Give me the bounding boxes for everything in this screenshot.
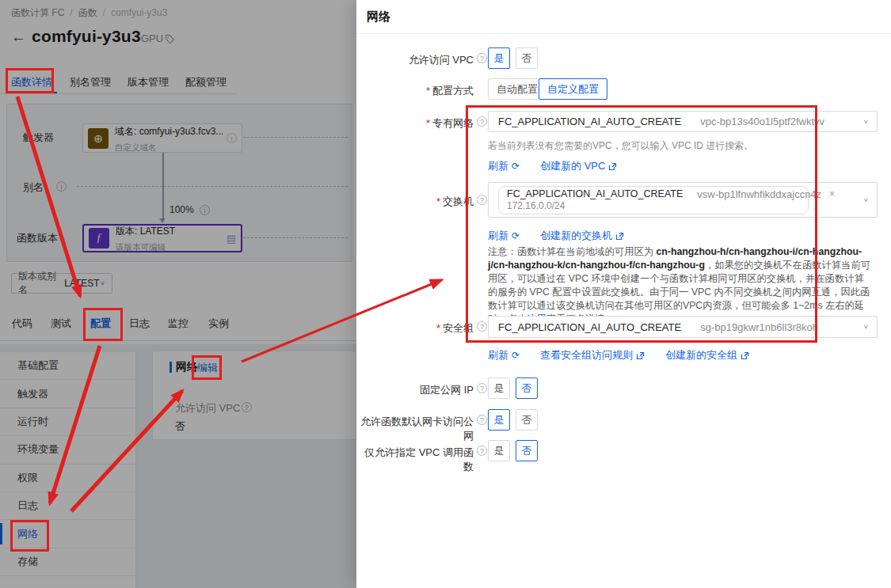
view-sg-rules-link[interactable]: 查看安全组访问规则 [540,348,645,362]
refresh-vpc-link[interactable]: 刷新⟳ [488,159,520,173]
modal-dim-overlay [0,0,356,588]
function-detail-page: 函数计算 FC/函数/comfyui-y3u3 ← comfyui-y3u3 G… [0,0,356,588]
help-icon[interactable]: ? [477,383,487,393]
create-vpc-link[interactable]: 创建新的 VPC [540,159,617,173]
fixed-ip-yes-button[interactable]: 是 [488,377,510,399]
help-icon[interactable]: ? [477,321,487,332]
vswitch-label: *交换机 [356,195,474,209]
security-group-name: FC_APPLICATION_AI_AUTO_CREATE [498,321,681,333]
vswitch-chip: FC_APPLICATION_AI_AUTO_CREATE vsw-bp1lfn… [498,186,809,214]
custom-config-button[interactable]: 自定义配置 [539,78,607,100]
network-edit-drawer: 网络 允许访问 VPC ? 是 否 *配置方式 自动配置 自定义配置 *专有网络… [356,0,891,588]
help-icon[interactable]: ? [477,415,487,425]
restrict-vpc-yes-button[interactable]: 是 [488,440,510,461]
external-link-icon [741,351,749,360]
external-link-icon [636,351,645,360]
vpc-name: FC_APPLICATION_AI_AUTO_CREATE [498,116,681,127]
remove-vswitch-icon[interactable]: × [829,188,835,200]
refresh-sg-link[interactable]: 刷新⟳ [488,348,520,362]
security-group-id: sg-bp19gkwr1nb6ll3r8koh [700,321,818,333]
restrict-vpc-no-button[interactable]: 否 [516,440,538,461]
chevron-down-icon: ∨ [863,324,869,330]
chevron-down-icon: ∨ [863,197,869,203]
allow-vpc-yes-button[interactable]: 是 [488,47,510,69]
divider [356,33,891,34]
help-icon[interactable]: ? [477,195,487,205]
vpc-links: 刷新⟳ 创建新的 VPC [488,159,617,173]
create-vswitch-link[interactable]: 创建新的交换机 [540,229,624,243]
security-group-links: 刷新⟳ 查看安全组访问规则 创建新的安全组 [488,348,749,362]
fixed-ip-no-button[interactable]: 否 [516,377,538,399]
default-nic-no-button[interactable]: 否 [516,409,538,431]
allow-vpc-no-button[interactable]: 否 [516,47,538,69]
help-icon[interactable]: ? [477,116,487,127]
security-group-select[interactable]: FC_APPLICATION_AI_AUTO_CREATE sg-bp19gkw… [488,316,878,338]
refresh-icon: ⟳ [512,161,520,172]
refresh-vswitch-link[interactable]: 刷新⟳ [488,229,520,243]
vswitch-zone-note: 注意：函数计算在当前地域的可用区为 cn-hangzhou-h/cn-hangz… [488,245,874,326]
allow-vpc-label: 允许访问 VPC [356,53,474,67]
vswitch-links: 刷新⟳ 创建新的交换机 [488,229,624,243]
config-mode-label: *配置方式 [356,84,474,98]
vswitch-select[interactable]: FC_APPLICATION_AI_AUTO_CREATE vsw-bp1lfn… [488,182,878,218]
refresh-icon: ⟳ [512,350,520,361]
help-icon[interactable]: ? [477,446,487,456]
restrict-vpc-label: 仅允许指定 VPC 调用函数 [356,446,474,474]
vpc-select[interactable]: FC_APPLICATION_AI_AUTO_CREATE vpc-bp13s4… [488,111,878,132]
help-icon[interactable]: ? [477,53,487,63]
refresh-icon: ⟳ [512,230,520,241]
vswitch-id: vsw-bp1lfnwhfikddxajccn4z [697,188,821,200]
vpc-label: *专有网络 [356,116,474,131]
vswitch-cidr: 172.16.0.0/24 [507,200,800,212]
create-sg-link[interactable]: 创建新的安全组 [665,348,749,362]
external-link-icon [615,232,624,241]
vpc-search-hint: 若当前列表没有您需要的VPC，您可以输入 VPC ID 进行搜索。 [488,139,753,153]
chevron-down-icon: ∨ [863,119,869,125]
drawer-title: 网络 [367,9,390,25]
vswitch-name: FC_APPLICATION_AI_AUTO_CREATE [507,188,683,200]
fc-console-page: 函数计算 FC/函数/comfyui-y3u3 ← comfyui-y3u3 G… [0,0,891,588]
security-group-label: *安全组 [356,321,474,336]
vpc-id: vpc-bp13s40o1l5ptf2fwktvv [700,116,824,127]
default-nic-yes-button[interactable]: 是 [488,409,510,431]
auto-config-button[interactable]: 自动配置 [488,78,546,100]
default-nic-label: 允许函数默认网卡访问公网 [356,415,474,443]
fixed-ip-label: 固定公网 IP [356,383,474,397]
external-link-icon [608,162,617,171]
